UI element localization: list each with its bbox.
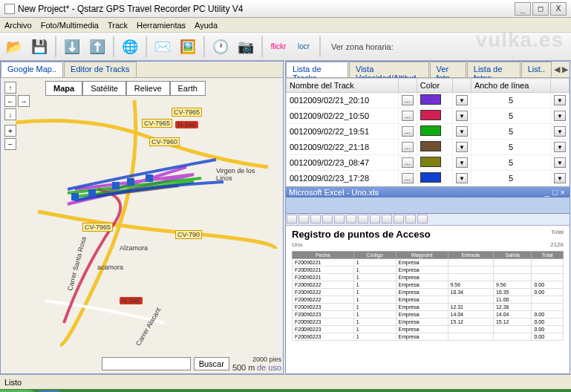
excel-tool-icon[interactable] bbox=[287, 215, 297, 223]
tool-upload-icon[interactable]: ⬆️ bbox=[86, 36, 108, 58]
color-dropdown-icon[interactable]: ▼ bbox=[456, 157, 468, 168]
table-row[interactable]: F200902221Empresa11.00 bbox=[293, 296, 564, 304]
col-color[interactable]: Color bbox=[417, 79, 452, 93]
tab-vista-velocidad[interactable]: Vista Velocidad/Altitud bbox=[349, 62, 429, 77]
col-track-name[interactable]: Nombre del Track bbox=[287, 79, 399, 93]
color-dropdown-icon[interactable]: ▼ bbox=[456, 173, 468, 183]
tool-save-icon[interactable]: 💾 bbox=[28, 36, 50, 58]
tab-scroll-right-icon[interactable]: ▶ bbox=[561, 62, 570, 77]
track-name-cell: 0012009/02/21_20:10 bbox=[287, 93, 399, 108]
track-name-cell: 0012009/02/22_19:51 bbox=[287, 124, 399, 140]
tab-lista-tracks[interactable]: Lista de Tracks.. bbox=[286, 62, 348, 77]
excel-min-icon[interactable]: _ bbox=[545, 188, 549, 197]
excel-close-icon[interactable]: × bbox=[561, 188, 565, 197]
tool-globe-icon[interactable]: 🌐 bbox=[119, 36, 141, 58]
table-row[interactable]: 0012009/02/22_21:18...▼5▼ bbox=[287, 140, 570, 155]
table-row[interactable]: F200902231Empresa15.1215.120.00 bbox=[293, 318, 564, 326]
track-options-button[interactable]: ... bbox=[402, 173, 414, 183]
map-search-button[interactable]: Buscar bbox=[194, 357, 229, 370]
menu-ayuda[interactable]: Ayuda bbox=[195, 21, 218, 30]
road-label: CV-7960 bbox=[149, 137, 180, 146]
map-type-mapa[interactable]: Mapa bbox=[45, 81, 82, 96]
menu-archivo[interactable]: Archivo bbox=[4, 21, 32, 30]
pan-down-icon[interactable]: ↓ bbox=[4, 108, 16, 120]
table-row[interactable]: F200902211Empresa bbox=[293, 259, 564, 267]
track-name-cell: 0012009/02/23_08:47 bbox=[287, 155, 399, 171]
col-width[interactable]: Ancho de línea bbox=[471, 79, 550, 93]
color-dropdown-icon[interactable]: ▼ bbox=[456, 142, 468, 152]
map-type-earth[interactable]: Earth bbox=[170, 81, 206, 96]
tab-google-map[interactable]: Google Map.. bbox=[1, 62, 63, 77]
minimize-button[interactable]: _ bbox=[515, 2, 531, 16]
table-row[interactable]: 0012009/02/22_19:51...▼5▼ bbox=[287, 124, 570, 140]
map-search-input[interactable] bbox=[102, 357, 191, 370]
track-options-button[interactable]: ... bbox=[402, 95, 414, 105]
tool-open-icon[interactable]: 📂 bbox=[3, 36, 25, 58]
width-dropdown-icon[interactable]: ▼ bbox=[554, 142, 566, 152]
pan-up-icon[interactable]: ↑ bbox=[4, 82, 16, 94]
tool-photo2-icon[interactable]: 📷 bbox=[235, 36, 257, 58]
table-row[interactable]: F200902211Empresa bbox=[293, 274, 564, 281]
width-dropdown-icon[interactable]: ▼ bbox=[554, 173, 566, 183]
tool-clock-icon[interactable]: 🕐 bbox=[209, 36, 232, 58]
excel-max-icon[interactable]: □ bbox=[552, 188, 558, 197]
tab-list-more[interactable]: List.. bbox=[521, 62, 552, 77]
table-row[interactable]: 0012009/02/22_10:50...▼5▼ bbox=[287, 108, 570, 124]
width-dropdown-icon[interactable]: ▼ bbox=[554, 157, 566, 168]
color-swatch[interactable] bbox=[420, 172, 441, 183]
tool-mail-icon[interactable]: ✉️ bbox=[151, 36, 174, 58]
track-options-button[interactable]: ... bbox=[402, 126, 414, 137]
track-options-button[interactable]: ... bbox=[402, 111, 414, 121]
taskbar: Inicio 📊 bbox=[0, 389, 571, 392]
zoom-in-icon[interactable]: + bbox=[4, 125, 16, 137]
maximize-button[interactable]: □ bbox=[532, 2, 549, 16]
zoom-out-icon[interactable]: − bbox=[4, 138, 16, 150]
color-swatch[interactable] bbox=[420, 157, 441, 167]
close-button[interactable]: X bbox=[550, 2, 567, 16]
color-swatch[interactable] bbox=[420, 110, 441, 120]
width-dropdown-icon[interactable]: ▼ bbox=[554, 95, 566, 105]
table-row[interactable]: F200902211Empresa bbox=[293, 267, 564, 274]
table-row[interactable]: 0012009/02/23_08:47...▼5▼ bbox=[287, 155, 570, 171]
table-row[interactable]: F200902221Empresa10.3410.350.00 bbox=[293, 289, 564, 296]
menu-foto[interactable]: Foto/Multimedia bbox=[41, 21, 99, 30]
table-row[interactable]: F200902231Empresa0.00 bbox=[293, 333, 564, 341]
track-table: Nombre del Track Color Ancho de línea 00… bbox=[286, 78, 570, 186]
color-swatch[interactable] bbox=[420, 94, 441, 105]
table-row[interactable]: 0012009/02/23_17:28...▼5▼ bbox=[287, 171, 570, 186]
map-type-satelite[interactable]: Satélite bbox=[82, 81, 126, 96]
color-dropdown-icon[interactable]: ▼ bbox=[456, 111, 468, 121]
left-tabs: Google Map.. Editor de Tracks bbox=[1, 62, 283, 78]
color-dropdown-icon[interactable]: ▼ bbox=[456, 126, 468, 137]
table-row[interactable]: F200902231Empresa12.3112.38 bbox=[293, 304, 564, 311]
map-type-selector: Mapa Satélite Relieve Earth bbox=[45, 81, 206, 96]
tool-locr-icon[interactable]: locr bbox=[293, 36, 315, 58]
color-swatch[interactable] bbox=[420, 141, 441, 151]
track-options-button[interactable]: ... bbox=[402, 142, 414, 152]
right-pane: Lista de Tracks.. Vista Velocidad/Altitu… bbox=[285, 61, 570, 374]
tool-flickr-icon[interactable]: flickr bbox=[267, 36, 290, 58]
tab-ver-foto[interactable]: Ver foto bbox=[430, 62, 466, 77]
table-row[interactable]: F200902221Empresa9.569.560.00 bbox=[293, 281, 564, 289]
pan-right-icon[interactable]: → bbox=[18, 95, 30, 107]
map-type-relieve[interactable]: Relieve bbox=[126, 81, 170, 96]
width-dropdown-icon[interactable]: ▼ bbox=[554, 126, 566, 137]
tool-download-icon[interactable]: ⬇️ bbox=[61, 36, 83, 58]
table-row[interactable]: 0012009/02/21_20:10...▼5▼ bbox=[287, 93, 570, 108]
menu-track[interactable]: Track bbox=[108, 21, 128, 30]
tab-lista-fotos[interactable]: Lista de fotos bbox=[467, 62, 521, 77]
table-row[interactable]: F200902231Empresa14.0414.040.00 bbox=[293, 311, 564, 318]
width-dropdown-icon[interactable]: ▼ bbox=[554, 111, 566, 121]
table-row[interactable]: F200902231Empresa0.00 bbox=[293, 326, 564, 333]
color-swatch[interactable] bbox=[420, 125, 441, 136]
menu-herramientas[interactable]: Herramientas bbox=[137, 21, 186, 30]
road-label: CV-7965 bbox=[142, 119, 172, 128]
map-area[interactable]: ↑ ← → ↓ + − Mapa Satélite Relieve Earth bbox=[1, 78, 283, 373]
track-options-button[interactable]: ... bbox=[402, 157, 414, 168]
tool-photo-icon[interactable]: 🖼️ bbox=[177, 36, 199, 58]
pan-left-icon[interactable]: ← bbox=[4, 95, 16, 107]
tab-scroll-left-icon[interactable]: ◀ bbox=[552, 62, 561, 77]
tab-editor-tracks[interactable]: Editor de Tracks bbox=[64, 62, 136, 77]
color-dropdown-icon[interactable]: ▼ bbox=[456, 95, 468, 105]
status-bar: Listo bbox=[0, 374, 571, 389]
